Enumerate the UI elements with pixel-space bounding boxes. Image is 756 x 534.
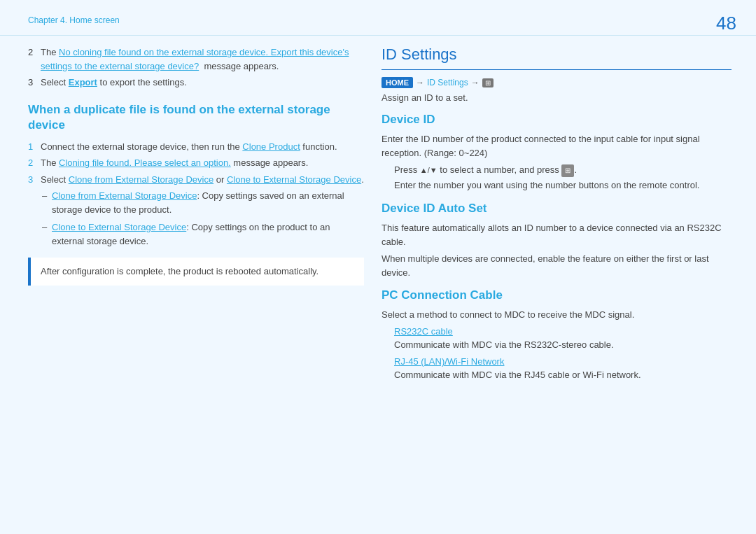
breadcrumb-id-settings: ID Settings (427, 78, 468, 87)
assign-text: Assign an ID to a set. (382, 92, 732, 103)
sub-item-2: – Clone to External Storage Device: Copy… (42, 220, 364, 248)
item-text: The Cloning file found. Please select an… (41, 156, 308, 170)
link-clone-to-sub: Clone to External Storage Device (52, 222, 186, 232)
enter-icon: ⊞ (561, 164, 574, 177)
link-clone-from-sub: Clone from External Storage Device (52, 190, 197, 201)
breadcrumb-arrow-2: → (471, 78, 479, 87)
left-column: 2 The No cloning file found on the exter… (28, 45, 364, 286)
device-id-press1: Press ▲/▼ to select a number, and press … (394, 163, 732, 177)
device-id-auto-set-title: Device ID Auto Set (382, 202, 732, 216)
sub-item-text: Clone from External Storage Device: Copy… (52, 189, 364, 216)
sub-item-1: – Clone from External Storage Device: Co… (42, 189, 364, 216)
top-divider (0, 35, 756, 36)
section-item-1: 1 Connect the external storage device, t… (28, 140, 364, 154)
link-clone-from: Clone from External Storage Device (69, 174, 214, 185)
breadcrumb-menu-icon: ⊞ (482, 78, 493, 87)
rj45-option: RJ-45 (LAN)/Wi-Fi Network Communicate wi… (394, 356, 732, 382)
pc-connection-body1: Select a method to connect to MDC to rec… (382, 308, 732, 322)
item-text: Select Clone from External Storage Devic… (41, 173, 364, 187)
chapter-header: Chapter 4. Home screen (28, 15, 120, 25)
home-badge: HOME (382, 77, 413, 88)
link-clone-product: Clone Product (242, 141, 300, 152)
item-text: Connect the external storage device, the… (41, 140, 337, 154)
id-settings-title: ID Settings (382, 45, 732, 64)
breadcrumb-arrow-1: → (416, 78, 424, 87)
link-cloning-found: Cloning file found. Please select an opt… (59, 157, 231, 168)
item-text: Select Export to export the settings. (41, 76, 187, 90)
link-clone-to: Clone to External Storage Device (227, 174, 361, 185)
sub-item-text: Clone to External Storage Device: Copy s… (52, 220, 364, 248)
right-column: ID Settings HOME → ID Settings → ⊞ Assig… (382, 45, 732, 386)
duplicate-file-heading: When a duplicate file is found on the ex… (28, 102, 364, 133)
sub-list: – Clone from External Storage Device: Co… (42, 189, 364, 248)
section-item-2: 2 The Cloning file found. Please select … (28, 156, 364, 170)
item-number: 3 (28, 76, 41, 90)
page-number: 48 (716, 13, 736, 34)
device-id-title: Device ID (382, 113, 732, 127)
device-id-body1: Enter the ID number of the product conne… (382, 132, 732, 160)
list-item-2: 2 The No cloning file found on the exter… (28, 45, 364, 73)
device-id-press2: Enter the number you want using the numb… (394, 178, 732, 192)
note-text: After configuration is complete, the pro… (41, 266, 318, 276)
dash-icon: – (42, 220, 52, 248)
rj45-text: Communicate with MDC via the RJ45 cable … (394, 368, 732, 382)
list-item-3: 3 Select Export to export the settings. (28, 76, 364, 90)
link-no-cloning: No cloning file found on the external st… (41, 47, 349, 71)
item-number: 2 (28, 156, 41, 170)
item-number: 3 (28, 173, 41, 187)
rs232c-text: Communicate with MDC via the RS232C-ster… (394, 338, 732, 352)
triangle-icon: ▲/▼ (420, 166, 438, 174)
item-text: The No cloning file found on the externa… (41, 45, 364, 73)
item-number: 2 (28, 45, 41, 73)
item-number: 1 (28, 140, 41, 154)
device-id-auto-set-body1: This feature automatically allots an ID … (382, 221, 732, 249)
section-divider (382, 69, 732, 70)
rj45-label: RJ-45 (LAN)/Wi-Fi Network (394, 356, 732, 367)
link-export: Export (69, 77, 97, 87)
breadcrumb: HOME → ID Settings → ⊞ (382, 77, 732, 88)
dash-icon: – (42, 189, 52, 216)
device-id-auto-set-body2: When multiple devices are connected, ena… (382, 252, 732, 280)
section-item-3: 3 Select Clone from External Storage Dev… (28, 173, 364, 187)
rs232c-label: RS232C cable (394, 326, 732, 337)
note-box: After configuration is complete, the pro… (28, 258, 364, 286)
rs232c-option: RS232C cable Communicate with MDC via th… (394, 326, 732, 352)
pc-connection-title: PC Connection Cable (382, 288, 732, 302)
